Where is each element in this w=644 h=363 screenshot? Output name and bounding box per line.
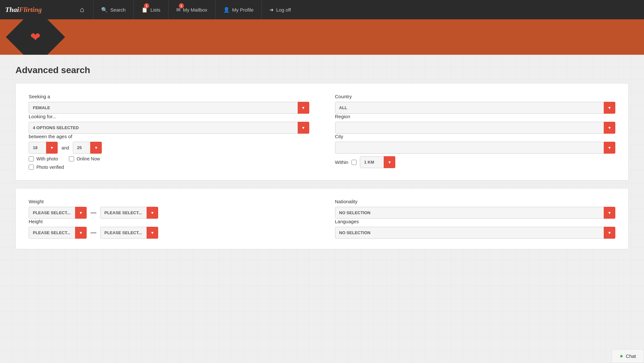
weight-from-select[interactable]: PLEASE SELECT...: [29, 207, 87, 219]
nav-home[interactable]: ⌂: [71, 0, 93, 19]
nationality-label: Nationality: [335, 199, 616, 204]
country-select-wrapper[interactable]: ALL ▼: [335, 102, 616, 114]
city-label: City: [335, 134, 616, 139]
height-label: Height: [29, 219, 309, 224]
weight-to-wrapper[interactable]: PLEASE SELECT... ▼: [100, 207, 158, 219]
height-dash: —: [91, 229, 96, 236]
weight-dash: —: [91, 209, 96, 216]
main-content: Advanced search Seeking a FEMALE MALE BO…: [0, 55, 644, 260]
with-photo-label: With photo: [36, 156, 58, 161]
height-to-select[interactable]: PLEASE SELECT...: [100, 227, 158, 239]
city-group: City ▼: [335, 134, 616, 154]
profile-icon: 👤: [223, 7, 230, 13]
looking-for-select[interactable]: 4 OPTIONS SELECTED: [29, 122, 309, 134]
search-icon: 🔍: [101, 7, 108, 13]
weight-to-select[interactable]: PLEASE SELECT...: [100, 207, 158, 219]
checkbox-row-1: With photo Online Now: [29, 156, 309, 161]
checkbox-group: With photo Online Now Photo verified: [29, 156, 309, 170]
chat-button[interactable]: ● Chat: [611, 349, 644, 363]
main-background: Advanced search Seeking a FEMALE MALE BO…: [0, 55, 644, 363]
nationality-select[interactable]: NO SELECTION: [335, 207, 616, 219]
age-from-select[interactable]: 1819202122 25303540: [29, 142, 58, 154]
navbar: ThaiFlirting ⌂ 🔍 Search 1 📋 Lists 1 ✉ My…: [0, 0, 644, 19]
heart-icon: ❤: [30, 30, 41, 44]
nav-search-label: Search: [110, 7, 126, 13]
age-row: 1819202122 25303540 ▼ and 1819202122 253…: [29, 142, 309, 154]
left-column: Seeking a FEMALE MALE BOTH ▼ Looking for…: [29, 94, 309, 170]
within-label: Within: [335, 159, 349, 165]
height-group: Height PLEASE SELECT... ▼ — PLEASE SELEC…: [29, 219, 309, 239]
seeking-select-wrapper[interactable]: FEMALE MALE BOTH ▼: [29, 102, 309, 114]
right-column: Country ALL ▼ Region ▼: [335, 94, 616, 170]
age-to-wrapper[interactable]: 1819202122 25303540 ▼: [73, 142, 102, 154]
logo-inner: ❤: [30, 30, 41, 44]
languages-select[interactable]: NO SELECTION: [335, 227, 616, 239]
region-select-wrapper[interactable]: ▼: [335, 122, 616, 134]
nationality-group: Nationality NO SELECTION ▼: [335, 199, 616, 219]
languages-group: Languages NO SELECTION ▼: [335, 219, 616, 239]
brand-name: ThaiFlirting: [5, 5, 42, 14]
brand-logo[interactable]: ThaiFlirting: [0, 5, 71, 14]
photo-verified-checkbox[interactable]: [29, 165, 34, 170]
nav-profile-label: My Profile: [232, 7, 254, 13]
home-icon: ⌂: [80, 5, 84, 14]
seeking-select[interactable]: FEMALE MALE BOTH: [29, 102, 309, 114]
with-photo-checkbox-item[interactable]: With photo: [29, 156, 58, 161]
weight-group: Weight PLEASE SELECT... ▼ — PLEASE SELEC…: [29, 199, 309, 219]
nav-mailbox[interactable]: 1 ✉ My Mailbox: [168, 0, 215, 19]
page-title: Advanced search: [15, 65, 629, 75]
within-row: Within 1 KM 5 KM 10 KM 25 KM 50 KM ▼: [335, 156, 616, 168]
country-group: Country ALL ▼: [335, 94, 616, 114]
weight-from-wrapper[interactable]: PLEASE SELECT... ▼: [29, 207, 87, 219]
country-label: Country: [335, 94, 616, 99]
seeking-group: Seeking a FEMALE MALE BOTH ▼: [29, 94, 309, 114]
age-group: between the ages of 1819202122 25303540 …: [29, 134, 309, 154]
languages-select-wrapper[interactable]: NO SELECTION ▼: [335, 227, 616, 239]
logoff-icon: ➜: [269, 7, 274, 13]
city-select-wrapper[interactable]: ▼: [335, 142, 616, 154]
age-from-wrapper[interactable]: 1819202122 25303540 ▼: [29, 142, 58, 154]
nav-mailbox-label: My Mailbox: [183, 7, 207, 13]
looking-for-select-wrapper[interactable]: 4 OPTIONS SELECTED ▼: [29, 122, 309, 134]
online-now-checkbox[interactable]: [69, 156, 74, 161]
city-select[interactable]: [335, 142, 616, 154]
looking-for-group: Looking for... 4 OPTIONS SELECTED ▼: [29, 114, 309, 134]
within-checkbox[interactable]: [351, 160, 357, 165]
mailbox-badge: 1: [179, 3, 184, 8]
hero-logo: ❤: [0, 19, 71, 55]
hero-banner: ❤: [0, 19, 644, 55]
online-now-label: Online Now: [77, 156, 100, 161]
languages-label: Languages: [335, 219, 616, 224]
height-from-wrapper[interactable]: PLEASE SELECT... ▼: [29, 227, 87, 239]
age-label: between the ages of: [29, 134, 309, 139]
region-group: Region ▼: [335, 114, 616, 134]
country-select[interactable]: ALL: [335, 102, 616, 114]
age-and-text: and: [62, 145, 69, 150]
nav-profile[interactable]: 👤 My Profile: [215, 0, 262, 19]
height-from-select[interactable]: PLEASE SELECT...: [29, 227, 87, 239]
photo-verified-label: Photo verified: [36, 165, 64, 170]
age-to-select[interactable]: 1819202122 25303540: [73, 142, 102, 154]
height-to-wrapper[interactable]: PLEASE SELECT... ▼: [100, 227, 158, 239]
height-range-row: PLEASE SELECT... ▼ — PLEASE SELECT... ▼: [29, 227, 309, 239]
nav-lists[interactable]: 1 📋 Lists: [133, 0, 168, 19]
nav-logoff[interactable]: ➜ Log off: [261, 0, 299, 19]
weight-label: Weight: [29, 199, 309, 204]
region-label: Region: [335, 114, 616, 119]
seeking-label: Seeking a: [29, 94, 309, 99]
nav-search[interactable]: 🔍 Search: [93, 0, 133, 19]
nav-logoff-label: Log off: [276, 7, 291, 13]
with-photo-checkbox[interactable]: [29, 156, 34, 161]
weight-range-row: PLEASE SELECT... ▼ — PLEASE SELECT... ▼: [29, 207, 309, 219]
photo-verified-checkbox-item[interactable]: Photo verified: [29, 165, 64, 170]
within-select-wrapper[interactable]: 1 KM 5 KM 10 KM 25 KM 50 KM ▼: [360, 156, 395, 168]
chat-label: Chat: [626, 353, 636, 359]
panel2-left: Weight PLEASE SELECT... ▼ — PLEASE SELEC…: [29, 199, 309, 239]
lists-badge: 1: [144, 3, 149, 8]
online-now-checkbox-item[interactable]: Online Now: [69, 156, 100, 161]
within-select[interactable]: 1 KM 5 KM 10 KM 25 KM 50 KM: [360, 156, 395, 168]
nationality-select-wrapper[interactable]: NO SELECTION ▼: [335, 207, 616, 219]
search-panel-2: Weight PLEASE SELECT... ▼ — PLEASE SELEC…: [15, 188, 629, 249]
nav-lists-label: Lists: [150, 7, 160, 13]
region-select[interactable]: [335, 122, 616, 134]
